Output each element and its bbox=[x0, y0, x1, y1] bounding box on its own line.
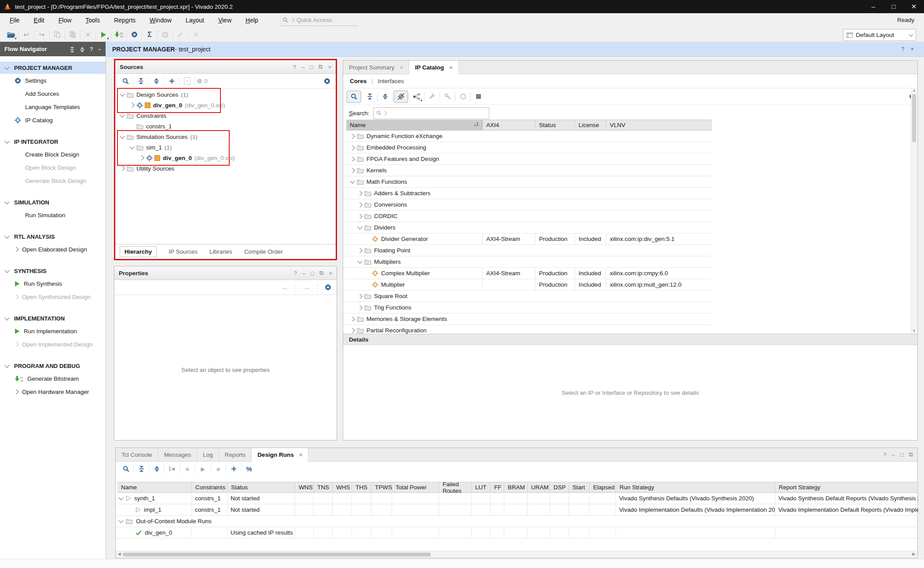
column-header-failed-routes[interactable]: Failed Routes bbox=[439, 482, 472, 493]
vertical-scrollbar[interactable]: ▲ ▼ bbox=[911, 88, 917, 333]
scrollbar-thumb[interactable] bbox=[123, 553, 431, 557]
chevron-down-icon[interactable] bbox=[120, 134, 125, 138]
step-forward-button[interactable]: » bbox=[212, 463, 225, 475]
generate-bitstream-button[interactable]: 0110 bbox=[112, 29, 125, 40]
close-icon[interactable]: × bbox=[400, 64, 403, 71]
menu-reports[interactable]: Reports bbox=[107, 17, 143, 24]
flownav-item-run-implementation[interactable]: Run Implementation bbox=[0, 324, 106, 338]
menu-file[interactable]: File bbox=[3, 17, 27, 24]
run-button[interactable] bbox=[97, 29, 110, 40]
chevron-right-icon[interactable] bbox=[350, 328, 355, 333]
flownav-item-language-templates[interactable]: Language Templates bbox=[0, 100, 106, 113]
chip-button[interactable] bbox=[456, 91, 469, 102]
column-header-constraints[interactable]: Constraints bbox=[192, 482, 227, 493]
back-icon[interactable]: ← bbox=[282, 284, 289, 291]
flownav-section-header-implementation[interactable]: IMPLEMENTATION bbox=[0, 312, 106, 324]
report-count-button[interactable]: 0 bbox=[196, 76, 209, 87]
source-tree-item-simulation-sources[interactable]: Simulation Sources(1) bbox=[115, 131, 336, 142]
add-button[interactable] bbox=[165, 76, 178, 87]
search-button[interactable] bbox=[119, 76, 132, 87]
chevron-right-icon[interactable] bbox=[357, 191, 362, 196]
column-header-vlnv[interactable]: VLNV bbox=[606, 120, 711, 131]
catalog-row-multiplier[interactable]: MultiplierProductionIncludedxilinx.com:i… bbox=[343, 279, 711, 291]
column-header-start[interactable]: Start bbox=[569, 482, 590, 493]
source-tree-item-sim-1[interactable]: sim_1(1) bbox=[115, 142, 336, 153]
menu-tools[interactable]: Tools bbox=[78, 17, 107, 24]
add-button[interactable] bbox=[227, 463, 240, 475]
panel-settings-button[interactable] bbox=[324, 78, 332, 84]
chevron-right-icon[interactable] bbox=[139, 155, 144, 160]
cancel-button[interactable]: × bbox=[189, 29, 202, 40]
undo-button[interactable]: ↩ bbox=[20, 29, 33, 40]
expand-all-icon[interactable] bbox=[80, 46, 85, 52]
search-button[interactable] bbox=[347, 91, 361, 103]
close-icon[interactable]: × bbox=[329, 270, 332, 277]
column-header-axi4[interactable]: AXI4 bbox=[483, 120, 535, 131]
column-header-report-strategy[interactable]: Report Strategy bbox=[775, 482, 918, 493]
quick-access-search[interactable]: Quick Access bbox=[280, 15, 358, 26]
column-header-status[interactable]: Status bbox=[535, 120, 575, 131]
flownav-section-header-rtl-analysis[interactable]: RTL ANALYSIS bbox=[0, 230, 106, 243]
flownav-item-run-simulation[interactable]: Run Simulation bbox=[0, 208, 106, 222]
float-icon[interactable]: ⧉ bbox=[319, 269, 323, 277]
column-header-bram[interactable]: BRAM bbox=[504, 482, 528, 493]
go-first-button[interactable]: ◀ bbox=[165, 463, 179, 475]
help-icon[interactable]: ? bbox=[901, 46, 904, 52]
sources-tab-hierarchy[interactable]: Hierarchy bbox=[120, 246, 157, 257]
expand-all-button[interactable] bbox=[150, 76, 163, 87]
source-tree-item-constrs-1[interactable]: constrs_1 bbox=[115, 121, 336, 131]
tab-log[interactable]: Log bbox=[197, 448, 219, 461]
source-tree-item-design-sources[interactable]: Design Sources(1) bbox=[115, 89, 336, 100]
chevron-down-icon[interactable] bbox=[120, 113, 125, 117]
close-icon[interactable]: × bbox=[449, 64, 453, 71]
column-header-lut[interactable]: LUT bbox=[472, 482, 491, 493]
search-button[interactable] bbox=[119, 463, 132, 475]
column-header-tpws[interactable]: TPWS bbox=[371, 482, 392, 493]
subtab-interfaces[interactable]: Interfaces bbox=[378, 78, 404, 84]
chevron-right-icon[interactable] bbox=[357, 305, 362, 310]
column-header-wns[interactable]: WNS bbox=[295, 482, 314, 493]
menu-window[interactable]: Window bbox=[143, 17, 179, 24]
help-icon[interactable]: ? bbox=[883, 451, 886, 458]
tab-ip-catalog[interactable]: IP Catalog× bbox=[409, 61, 458, 74]
details-stop-button[interactable] bbox=[472, 91, 485, 102]
column-header-ff[interactable]: FF bbox=[491, 482, 504, 493]
tab-reports[interactable]: Reports bbox=[219, 448, 252, 461]
maximize-icon[interactable]: □ bbox=[310, 64, 313, 70]
play-button[interactable]: ▶ bbox=[196, 463, 209, 475]
column-header-whs[interactable]: WHS bbox=[333, 482, 352, 493]
help-icon[interactable]: ? bbox=[294, 270, 297, 277]
catalog-row-trig-functions[interactable]: Trig Functions bbox=[343, 302, 711, 313]
catalog-row-conversions[interactable]: Conversions bbox=[343, 199, 711, 211]
redo-button[interactable]: ↪ bbox=[35, 29, 48, 40]
close-icon[interactable]: × bbox=[299, 451, 303, 458]
chevron-right-icon[interactable] bbox=[350, 145, 355, 150]
column-header-ths[interactable]: THS bbox=[352, 482, 371, 493]
menu-flow[interactable]: Flow bbox=[51, 17, 79, 24]
run-row-impl-1[interactable]: impl_1constrs_1Not startedVivado Impleme… bbox=[116, 504, 917, 516]
catalog-row-embedded-processing[interactable]: Embedded Processing bbox=[343, 142, 711, 153]
float-icon[interactable]: ⧉ bbox=[909, 451, 913, 458]
catalog-row-memories-storage-elements[interactable]: Memories & Storage Elements bbox=[343, 313, 711, 325]
percent-button[interactable]: % bbox=[242, 463, 256, 475]
filter-ip-button[interactable] bbox=[394, 91, 408, 103]
scroll-up-icon[interactable]: ▲ bbox=[911, 88, 917, 92]
catalog-row-dynamic-function-exchange[interactable]: Dynamic Function eXchange bbox=[343, 131, 711, 142]
elapsed-time-button[interactable] bbox=[158, 29, 172, 40]
flownav-item-open-elaborated-design[interactable]: Open Elaborated Design bbox=[0, 243, 106, 256]
menu-edit[interactable]: Edit bbox=[27, 17, 51, 24]
source-tree-item-utility-sources[interactable]: Utility Sources bbox=[115, 163, 336, 174]
subtab-cores[interactable]: Cores bbox=[350, 78, 367, 84]
tab-project-summary[interactable]: Project Summary× bbox=[343, 61, 409, 74]
chevron-down-icon[interactable] bbox=[120, 91, 125, 96]
catalog-row-divider-generator[interactable]: Divider GeneratorAXI4-StreamProductionIn… bbox=[343, 233, 711, 245]
minimize-icon[interactable]: – bbox=[892, 451, 895, 458]
chevron-right-icon[interactable] bbox=[357, 214, 362, 218]
menu-help[interactable]: Help bbox=[238, 17, 265, 24]
catalog-row-math-functions[interactable]: Math Functions bbox=[343, 176, 711, 188]
step-back-button[interactable]: « bbox=[181, 463, 194, 475]
maximize-icon[interactable]: □ bbox=[311, 270, 314, 277]
close-icon[interactable]: × bbox=[910, 46, 914, 52]
flownav-section-header-project-manager[interactable]: PROJECT MANAGER bbox=[0, 62, 106, 74]
column-header-tns[interactable]: TNS bbox=[314, 482, 333, 493]
